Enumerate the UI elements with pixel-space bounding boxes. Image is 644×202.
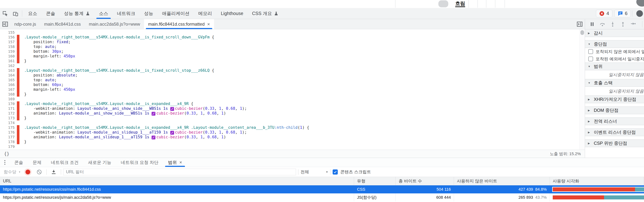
- drawer-tab-console[interactable]: 콘솔: [10, 158, 28, 167]
- main-tab-sources[interactable]: 소스: [94, 8, 112, 19]
- debugger-panel-toggle-icon[interactable]: [574, 19, 585, 29]
- cubic-bezier-swatch-icon[interactable]: [152, 112, 156, 116]
- source-editor[interactable]: 155156.Layout-module__right_bottom___s54…: [0, 29, 585, 150]
- column-header-1[interactable]: 유형: [354, 177, 396, 185]
- pretty-print-button[interactable]: {}: [4, 151, 9, 157]
- pause-script-icon[interactable]: [590, 21, 595, 27]
- sidebar-section-global-listeners[interactable]: ▶전역 리스너: [585, 117, 644, 125]
- inspect-element-icon[interactable]: [0, 8, 10, 19]
- drawer-tab-network-request-blocking[interactable]: 네트워크 요청 차단: [116, 158, 163, 167]
- device-toolbar-icon[interactable]: [10, 8, 20, 19]
- line-number[interactable]: 168: [0, 92, 15, 96]
- line-number[interactable]: 162: [0, 63, 15, 68]
- type-filter-select[interactable]: 전체▼: [300, 169, 328, 175]
- main-tab-elements[interactable]: 요소: [24, 8, 42, 19]
- coverage-gutter-bar: [17, 106, 20, 111]
- pause-on-exception-checkbox-row[interactable]: 포착된 예외에서 일시중지: [585, 55, 644, 63]
- issues-badge[interactable]: 6: [614, 10, 630, 17]
- line-number[interactable]: 157: [0, 40, 15, 44]
- drawer-tab-coverage[interactable]: 범위×: [163, 158, 187, 167]
- sidebar-section-watch[interactable]: ▶감시: [585, 29, 644, 37]
- sidebar-section-call-stack[interactable]: ▼호출 스택: [585, 79, 644, 87]
- cubic-bezier-swatch-icon[interactable]: [152, 136, 156, 139]
- column-header-4[interactable]: 사용량 시각화: [550, 177, 644, 185]
- pause-on-exception-checkbox-row[interactable]: 포착되지 않은 예외에서 일시중지: [585, 48, 644, 55]
- line-number[interactable]: 159: [0, 49, 15, 54]
- content-scripts-checkbox[interactable]: [333, 170, 338, 175]
- close-icon[interactable]: ×: [207, 22, 210, 26]
- token-fn: cubic-bezier: [175, 130, 203, 135]
- file-tab-main-js[interactable]: main.acc2da58.js?o=www: [85, 19, 144, 29]
- line-number[interactable]: 163: [0, 68, 15, 73]
- line-number[interactable]: 161: [0, 59, 15, 63]
- settings-icon[interactable]: [636, 10, 643, 17]
- line-number[interactable]: 172: [0, 111, 15, 115]
- main-tab-console[interactable]: 콘솔: [42, 8, 60, 19]
- main-tab-performance-insights[interactable]: 성능 통계: [60, 8, 94, 19]
- main-tab-memory[interactable]: 메모리: [194, 8, 216, 19]
- line-number[interactable]: 156: [0, 35, 15, 39]
- file-tab-ndp-core-js[interactable]: ndp-core.js: [10, 19, 40, 29]
- coverage-row[interactable]: https://pm.pstatic.net/resources/js/main…: [0, 194, 644, 202]
- drawer-menu-icon[interactable]: [0, 158, 10, 167]
- sidebar-section-dom-breakpoints[interactable]: ▶DOM 중단점: [585, 106, 644, 114]
- line-number[interactable]: 164: [0, 73, 15, 77]
- coverage-row[interactable]: https://pm.pstatic.net/resources/css/mai…: [0, 185, 644, 194]
- scrollbar-thumb[interactable]: [580, 30, 584, 35]
- line-number[interactable]: 178: [0, 140, 15, 144]
- drawer-tab-issues[interactable]: 문제: [28, 158, 46, 167]
- column-header-3[interactable]: 사용하지 않은 바이트: [454, 177, 550, 185]
- line-number[interactable]: 165: [0, 78, 15, 82]
- step-out-icon[interactable]: [620, 21, 626, 27]
- sidebar-section-event-listener-breakpoints[interactable]: ▶이벤트 리스너 중단점: [585, 128, 644, 136]
- line-number[interactable]: 177: [0, 135, 15, 139]
- main-tab-application[interactable]: 애플리케이션: [158, 8, 194, 19]
- drawer-tab-network-conditions[interactable]: 네트워크 조건: [46, 158, 84, 167]
- line-number[interactable]: 169: [0, 97, 15, 101]
- main-tab-network[interactable]: 네트워크: [112, 8, 140, 19]
- close-icon[interactable]: ×: [180, 160, 182, 165]
- file-tab-main-css[interactable]: main.f6c8441d.css: [40, 19, 85, 29]
- line-number[interactable]: 155: [0, 30, 15, 34]
- main-tab-css-overview[interactable]: CSS 개요: [248, 8, 283, 19]
- sidebar-section-scope[interactable]: ▼범위: [585, 63, 644, 70]
- token-pln: }: [24, 116, 26, 120]
- checkbox-unchecked[interactable]: [588, 49, 593, 54]
- sidebar-section-breakpoints[interactable]: ▼중단점: [585, 40, 644, 48]
- line-number[interactable]: 175: [0, 125, 15, 130]
- coverage-mode-select[interactable]: 함수당▼: [4, 169, 21, 175]
- file-tab-main-css-formatted[interactable]: main.f6c8441d.css:formatted×: [144, 19, 214, 29]
- main-tab-performance[interactable]: 성능: [140, 8, 158, 19]
- cubic-bezier-swatch-icon[interactable]: [170, 107, 174, 111]
- sidebar-section-xhr-breakpoints[interactable]: ▶XHR/가져오기 중단점: [585, 96, 644, 103]
- error-badge[interactable]: 4: [596, 10, 612, 17]
- column-header-0[interactable]: URL: [0, 177, 354, 185]
- line-number[interactable]: 171: [0, 106, 15, 111]
- line-number[interactable]: 160: [0, 54, 15, 58]
- line-number[interactable]: 167: [0, 87, 15, 92]
- step-icon[interactable]: [630, 21, 636, 27]
- line-number[interactable]: 179: [0, 144, 15, 149]
- line-number[interactable]: 173: [0, 116, 15, 120]
- url-filter-input[interactable]: [63, 169, 296, 175]
- editor-scrollbar[interactable]: [579, 29, 585, 150]
- export-coverage-icon[interactable]: [51, 169, 56, 175]
- step-into-icon[interactable]: [610, 21, 616, 27]
- cubic-bezier-swatch-icon[interactable]: [170, 131, 174, 135]
- line-number[interactable]: 170: [0, 102, 15, 106]
- step-over-icon[interactable]: [600, 21, 605, 27]
- token-pln: (: [203, 106, 205, 111]
- line-number[interactable]: 166: [0, 82, 15, 87]
- record-coverage-button[interactable]: [26, 170, 30, 174]
- clear-coverage-icon[interactable]: [36, 169, 42, 175]
- drawer-tab-whats-new[interactable]: 새로운 기능: [84, 158, 116, 167]
- sidebar-section-csp-violation-breakpoints[interactable]: ▶CSP 위반 중단점: [585, 139, 644, 147]
- line-number[interactable]: 174: [0, 121, 15, 125]
- column-header-2[interactable]: 총 바이트 수: [396, 177, 454, 185]
- navigator-panel-toggle-icon[interactable]: [0, 19, 10, 29]
- line-number[interactable]: 176: [0, 130, 15, 135]
- main-tab-lighthouse[interactable]: Lighthouse: [216, 8, 248, 19]
- line-number[interactable]: 158: [0, 44, 15, 49]
- checkbox-unchecked[interactable]: [588, 56, 593, 61]
- coverage-gutter-bar: [17, 87, 20, 92]
